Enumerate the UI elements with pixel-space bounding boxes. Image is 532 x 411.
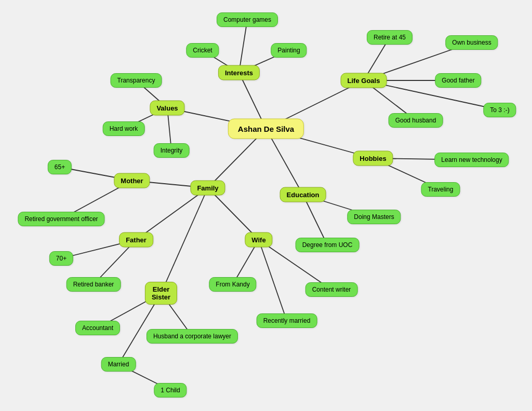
- node-hardWork[interactable]: Hard work: [103, 121, 145, 136]
- node-education[interactable]: Education: [280, 187, 326, 202]
- node-painting[interactable]: Painting: [271, 43, 307, 58]
- node-doingMasters[interactable]: Doing Masters: [347, 210, 401, 224]
- edge-wife-recentlyMarried: [259, 240, 287, 321]
- node-mother[interactable]: Mother: [114, 173, 150, 188]
- node-father[interactable]: Father: [119, 232, 153, 248]
- connection-lines: [0, 0, 532, 411]
- node-values[interactable]: Values: [150, 101, 184, 116]
- node-ownBusiness[interactable]: Own business: [445, 35, 498, 50]
- node-family[interactable]: Family: [190, 181, 225, 196]
- node-transparency[interactable]: Transparency: [111, 73, 162, 88]
- node-cricket[interactable]: Cricket: [186, 43, 219, 58]
- node-accountant[interactable]: Accountant: [75, 321, 120, 335]
- node-fromKandy[interactable]: From Kandy: [209, 277, 256, 292]
- node-interests[interactable]: Interests: [218, 65, 260, 80]
- edge-family-elderSister: [161, 188, 208, 293]
- node-computerGames[interactable]: Computer games: [217, 12, 278, 27]
- node-learnNewTech[interactable]: Learn new technology: [434, 153, 509, 167]
- node-degreeUOC[interactable]: Degree from UOC: [296, 238, 360, 252]
- node-lifeGoals[interactable]: Life Goals: [341, 73, 387, 88]
- mindmap-canvas: Ashan De SilvaInterestsComputer gamesCri…: [0, 0, 532, 411]
- node-retiredBanker[interactable]: Retired banker: [66, 277, 121, 292]
- node-goodFather[interactable]: Good father: [435, 73, 481, 88]
- node-age70[interactable]: 70+: [49, 251, 73, 266]
- node-retiredGov[interactable]: Retired government officer: [18, 212, 104, 226]
- node-wife[interactable]: Wife: [245, 232, 272, 248]
- node-age65[interactable]: 65+: [48, 160, 72, 174]
- node-retireAt45[interactable]: Retire at 45: [367, 30, 413, 45]
- node-center[interactable]: Ashan De Silva: [228, 119, 304, 139]
- node-hobbies[interactable]: Hobbies: [353, 151, 393, 166]
- node-integrity[interactable]: Integrity: [154, 143, 190, 158]
- node-recentlyMarried[interactable]: Recently married: [257, 313, 317, 328]
- node-goodHusband[interactable]: Good husband: [389, 113, 443, 128]
- node-oneChild[interactable]: 1 Child: [154, 383, 187, 398]
- node-traveling[interactable]: Traveling: [421, 182, 460, 197]
- node-to3[interactable]: To 3 :-): [483, 103, 516, 117]
- node-elderSister[interactable]: Elder Sister: [145, 282, 177, 305]
- node-contentWriter[interactable]: Content writer: [305, 282, 358, 297]
- node-husbandLawyer[interactable]: Husband a corporate lawyer: [147, 329, 238, 344]
- node-married[interactable]: Married: [101, 357, 136, 372]
